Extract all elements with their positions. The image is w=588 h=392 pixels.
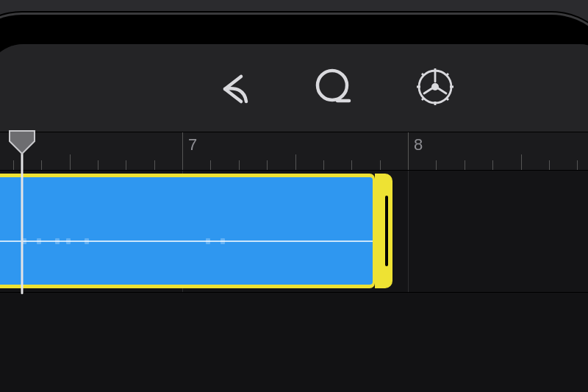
ruler-subtick [239, 160, 240, 171]
ruler-subtick [267, 160, 268, 171]
undo-icon [212, 65, 254, 108]
ruler-subtick [351, 160, 352, 171]
ruler-subtick [380, 160, 381, 171]
ruler-bar-label: 8 [414, 135, 423, 154]
settings-button[interactable] [412, 63, 459, 110]
svg-line-5 [424, 88, 432, 93]
toolbar [0, 44, 588, 132]
ruler-subtick [549, 160, 550, 171]
svg-point-0 [318, 71, 347, 100]
gear-icon [414, 65, 456, 108]
audio-clip-body [0, 177, 373, 285]
loop-icon [311, 65, 354, 108]
track-bar-divider [408, 171, 409, 292]
ruler-subtick [295, 154, 296, 171]
ruler-subtick [210, 160, 211, 171]
ruler-subtick [521, 154, 522, 171]
undo-button[interactable] [209, 63, 257, 110]
ruler-subtick [126, 160, 126, 171]
ruler-subtick [154, 160, 155, 171]
clip-trim-handle-right[interactable] [375, 174, 392, 288]
stage: 78 + [0, 0, 588, 392]
svg-line-4 [438, 88, 446, 93]
audio-clip[interactable] [0, 174, 375, 288]
ruler-bar-line [408, 132, 409, 171]
timeline-ruler[interactable]: 78 [0, 132, 588, 171]
ruler-subtick [41, 160, 42, 171]
ruler-bar-label: 7 [188, 135, 197, 154]
ruler-subtick [13, 160, 14, 171]
ruler-subtick [70, 154, 71, 171]
ruler-bar-line [182, 132, 183, 171]
ruler-subtick [465, 160, 465, 171]
ruler-subtick [98, 160, 98, 171]
clip-handle-grip [385, 196, 388, 266]
ruler-subtick [436, 160, 437, 171]
playhead-line[interactable] [21, 153, 24, 294]
loop-button[interactable] [309, 63, 356, 110]
ruler-subtick [577, 160, 578, 171]
ruler-subtick [323, 160, 324, 171]
screen: 78 + [0, 44, 588, 392]
empty-tracks-area[interactable] [0, 293, 588, 392]
svg-point-2 [431, 83, 439, 90]
ruler-subtick [492, 160, 493, 171]
